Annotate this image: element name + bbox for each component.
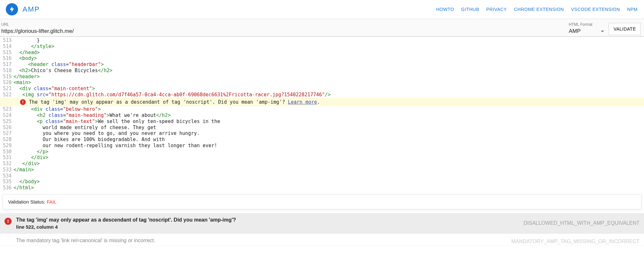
code-line[interactable]: 527 you where you need to go, and you ne… — [0, 130, 644, 137]
line-number: 531 — [0, 155, 14, 161]
code-line[interactable]: 534 — [0, 173, 644, 179]
line-number: 519 — [0, 74, 14, 80]
code-content: <header class="headerbar"> — [14, 62, 644, 68]
code-line[interactable]: 528 Our bikes are 100% biodegradable. An… — [0, 137, 644, 143]
line-number: 534 — [0, 173, 14, 179]
line-number: 528 — [0, 137, 14, 143]
format-label: HTML Format — [569, 22, 604, 27]
line-number: 522 — [0, 92, 14, 98]
nav-vscode-extension[interactable]: VSCODE EXTENSION — [571, 7, 620, 12]
nav-chrome-extension[interactable]: CHROME EXTENSION — [514, 7, 564, 12]
line-number: 526 — [0, 125, 14, 131]
code-line[interactable]: 517 <header class="headerbar"> — [0, 62, 644, 68]
code-line[interactable]: 530 </p> — [0, 149, 644, 155]
code-line[interactable]: 526 world made entirely of cheese. They … — [0, 125, 644, 131]
code-line[interactable]: 515 </head> — [0, 50, 644, 56]
error-title: The mandatory tag 'link rel=canonical' i… — [16, 238, 507, 243]
code-line[interactable]: 521 <div class="main-content"> — [0, 86, 644, 92]
app-header: AMP HOWTO GITHUB PRIVACY CHROME EXTENSIO… — [0, 0, 644, 19]
code-content: </style> — [14, 43, 644, 50]
code-content: Our bikes are 100% biodegradable. And wi… — [14, 137, 644, 143]
validation-status-bar: Validation Status: FAIL — [3, 194, 641, 209]
code-line[interactable]: 518 <h2>Chico's Cheese Bicycles</h2> — [0, 68, 644, 74]
error-body: The tag 'img' may only appear as a desce… — [16, 217, 519, 230]
code-line[interactable]: 522 <img src="https://cdn.glitch.com/d7f… — [0, 92, 644, 98]
url-input[interactable] — [1, 27, 564, 36]
code-line[interactable]: 520<main> — [0, 80, 644, 86]
code-line[interactable]: 529 our new rodent-repelling varnish the… — [0, 143, 644, 149]
code-content: </div> — [14, 155, 644, 161]
line-number: 532 — [0, 161, 14, 167]
code-content: our new rodent-repelling varnish they la… — [14, 143, 644, 149]
validate-button[interactable]: VALIDATE — [609, 23, 641, 35]
line-number: 524 — [0, 112, 14, 119]
code-line[interactable]: 516 <body> — [0, 55, 644, 62]
chevron-down-icon — [601, 31, 604, 32]
line-number: 525 — [0, 119, 14, 125]
code-editor[interactable]: 513 }514 </style>515 </head>516 <body>51… — [0, 37, 644, 191]
amp-logo-icon — [6, 3, 18, 15]
line-number: 533 — [0, 167, 14, 173]
code-content: <div class="main-content"> — [14, 86, 644, 92]
line-number: 516 — [0, 55, 14, 62]
code-content: <p class="main-text">We sell the only te… — [14, 119, 644, 125]
code-content: </body> — [14, 179, 644, 185]
line-number: 535 — [0, 179, 14, 185]
line-number: 523 — [0, 106, 14, 112]
code-line[interactable]: 531 </div> — [0, 155, 644, 161]
error-location: line 522, column 4 — [16, 224, 519, 230]
code-content: <div class="below-hero"> — [14, 106, 644, 112]
nav-privacy[interactable]: PRIVACY — [486, 7, 507, 12]
code-content: <h2>Chico's Cheese Bicycles</h2> — [14, 68, 644, 74]
learn-more-link[interactable]: Learn more — [288, 99, 317, 105]
status-label: Validation Status: — [8, 199, 47, 205]
code-content: <body> — [14, 55, 644, 62]
code-content: you where you need to go, and you never … — [14, 130, 644, 137]
inline-error-text: The tag 'img' may only appear as a desce… — [29, 99, 320, 105]
nav-github[interactable]: GITHUB — [461, 7, 479, 12]
code-line[interactable]: 535 </body> — [0, 179, 644, 185]
code-line[interactable]: 523 <div class="below-hero"> — [0, 106, 644, 112]
code-content: </html> — [14, 185, 644, 191]
error-title: The tag 'img' may only appear as a desce… — [16, 217, 519, 223]
inline-error: !The tag 'img' may only appear as a desc… — [0, 98, 644, 107]
code-line[interactable]: 519</header> — [0, 74, 644, 80]
code-content: </header> — [14, 74, 644, 80]
line-number: 518 — [0, 68, 14, 74]
code-content: <img src="https://cdn.glitch.com/d7f46a5… — [14, 92, 644, 98]
format-select[interactable]: HTML Format AMP — [569, 22, 604, 37]
brand-text: AMP — [23, 5, 40, 14]
error-row[interactable]: ! The tag 'img' may only appear as a des… — [0, 213, 644, 234]
code-line[interactable]: 532 </div> — [0, 161, 644, 167]
line-number: 514 — [0, 43, 14, 50]
url-label: URL — [1, 22, 564, 27]
status-value: FAIL — [47, 199, 57, 205]
nav-npm[interactable]: NPM — [627, 7, 638, 12]
url-field: URL — [1, 22, 564, 36]
code-content: world made entirely of cheese. They get — [14, 125, 644, 131]
code-line[interactable]: 525 <p class="main-text">We sell the onl… — [0, 119, 644, 125]
line-number: 515 — [0, 50, 14, 56]
error-icon: ! — [20, 99, 26, 105]
code-line[interactable]: 514 </style> — [0, 43, 644, 50]
line-number: 536 — [0, 185, 14, 191]
nav-howto[interactable]: HOWTO — [436, 7, 454, 12]
code-content — [14, 173, 644, 179]
line-number: 527 — [0, 130, 14, 137]
code-line[interactable]: 533</main> — [0, 167, 644, 173]
error-body: The mandatory tag 'link rel=canonical' i… — [16, 238, 507, 243]
code-line[interactable]: 524 <h2 class="main-heading">What we're … — [0, 112, 644, 119]
code-content: </div> — [14, 161, 644, 167]
line-number: 529 — [0, 143, 14, 149]
logo[interactable]: AMP — [6, 3, 40, 15]
code-content: <h2 class="main-heading">What we're abou… — [14, 112, 644, 119]
line-number: 513 — [0, 37, 14, 43]
line-number: 530 — [0, 149, 14, 155]
line-number: 521 — [0, 86, 14, 92]
error-panel: ! The tag 'img' may only appear as a des… — [0, 213, 644, 246]
line-number: 517 — [0, 62, 14, 68]
code-line[interactable]: 536</html> — [0, 185, 644, 191]
error-row-partial[interactable]: ! The mandatory tag 'link rel=canonical'… — [0, 234, 644, 246]
code-line[interactable]: 513 } — [0, 37, 644, 43]
error-code: MANDATORY_AMP_TAG_MISSING_OR_INCORRECT — [511, 239, 639, 244]
